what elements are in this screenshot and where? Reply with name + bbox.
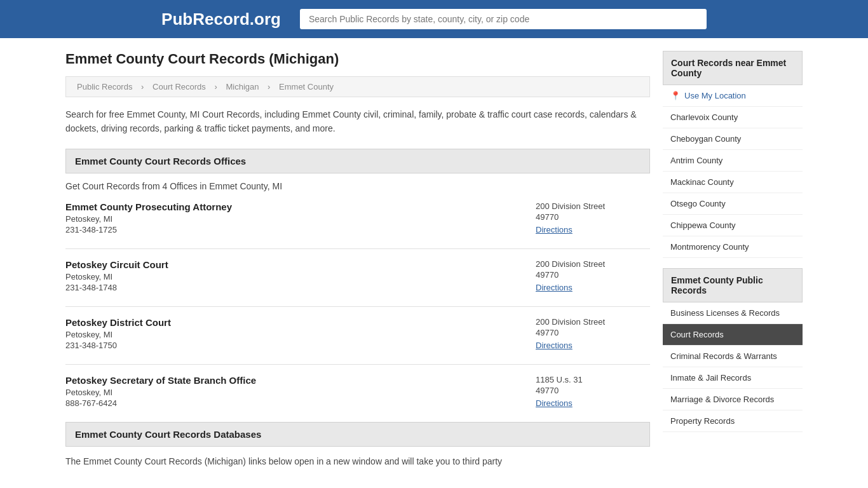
office-entry: Emmet County Prosecuting Attorney Petosk…	[65, 201, 650, 234]
office-zip: 49770	[536, 386, 650, 395]
site-logo[interactable]: PubRecord.org	[161, 10, 281, 29]
sidebar-item-inmate-jail[interactable]: Inmate & Jail Records	[663, 367, 803, 389]
directions-link[interactable]: Directions	[536, 341, 573, 350]
sidebar-item-property-records[interactable]: Property Records	[663, 410, 803, 432]
office-phone: 888-767-6424	[65, 398, 536, 408]
sidebar-item-business-licenses[interactable]: Business Licenses & Records	[663, 302, 803, 324]
search-input[interactable]	[300, 9, 707, 29]
page-description: Search for free Emmet County, MI Court R…	[65, 107, 650, 136]
divider	[65, 306, 650, 307]
sidebar-item-mackinac[interactable]: Mackinac County	[663, 172, 803, 193]
office-address: 200 Division Street	[536, 201, 650, 211]
office-zip: 49770	[536, 212, 650, 222]
office-address: 200 Division Street	[536, 317, 650, 327]
sidebar-item-criminal-records[interactable]: Criminal Records & Warrants	[663, 346, 803, 367]
sidebar-item-court-records[interactable]: Court Records	[663, 324, 803, 346]
office-address: 200 Division Street	[536, 259, 650, 269]
databases-description: The Emmet County Court Records (Michigan…	[65, 454, 650, 468]
offices-count: Get Court Records from 4 Offices in Emme…	[65, 181, 650, 191]
breadcrumb: Public Records › Court Records › Michiga…	[65, 76, 650, 97]
sidebar-item-chippewa[interactable]: Chippewa County	[663, 215, 803, 236]
office-city: Petoskey, MI	[65, 330, 536, 339]
office-phone: 231-348-1725	[65, 225, 536, 234]
office-entry: Petoskey Circuit Court Petoskey, MI 231-…	[65, 259, 650, 292]
office-address: 1185 U.s. 31	[536, 375, 650, 384]
location-icon: 📍	[670, 91, 681, 100]
sidebar-nearby-title: Court Records near Emmet County	[663, 51, 803, 85]
content-area: Emmet County Court Records (Michigan) Pu…	[65, 51, 650, 468]
sidebar: Court Records near Emmet County 📍 Use My…	[663, 51, 803, 468]
sidebar-item-use-location[interactable]: 📍 Use My Location	[663, 85, 803, 107]
sidebar-item-marriage-divorce[interactable]: Marriage & Divorce Records	[663, 389, 803, 410]
office-city: Petoskey, MI	[65, 388, 536, 397]
office-city: Petoskey, MI	[65, 272, 536, 281]
divider	[65, 248, 650, 249]
sidebar-item-otsego[interactable]: Otsego County	[663, 193, 803, 215]
office-city: Petoskey, MI	[65, 214, 536, 224]
databases-section: Emmet County Court Records Databases The…	[65, 422, 650, 468]
divider	[65, 364, 650, 365]
sidebar-item-charlevoix[interactable]: Charlevoix County	[663, 107, 803, 128]
sidebar-public-records-title: Emmet County Public Records	[663, 268, 803, 302]
office-name: Emmet County Prosecuting Attorney	[65, 201, 536, 212]
directions-link[interactable]: Directions	[536, 398, 573, 408]
office-entry: Petoskey Secretary of State Branch Offic…	[65, 375, 650, 408]
office-phone: 231-348-1750	[65, 341, 536, 350]
office-zip: 49770	[536, 270, 650, 280]
breadcrumb-court-records[interactable]: Court Records	[153, 82, 206, 92]
directions-link[interactable]: Directions	[536, 283, 573, 292]
office-phone: 231-348-1748	[65, 283, 536, 292]
breadcrumb-emmet-county: Emmet County	[279, 82, 334, 92]
sidebar-item-montmorency[interactable]: Montmorency County	[663, 236, 803, 258]
office-name: Petoskey Circuit Court	[65, 259, 536, 270]
offices-section-header: Emmet County Court Records Offices	[65, 149, 650, 173]
office-name: Petoskey District Court	[65, 317, 536, 328]
main-wrapper: Emmet County Court Records (Michigan) Pu…	[53, 38, 815, 481]
directions-link[interactable]: Directions	[536, 225, 573, 234]
sidebar-item-cheboygan[interactable]: Cheboygan County	[663, 128, 803, 150]
office-entry: Petoskey District Court Petoskey, MI 231…	[65, 317, 650, 350]
use-location-label: Use My Location	[684, 91, 746, 100]
databases-section-header: Emmet County Court Records Databases	[65, 422, 650, 447]
site-header: PubRecord.org	[0, 0, 868, 38]
sidebar-item-antrim[interactable]: Antrim County	[663, 150, 803, 172]
breadcrumb-public-records[interactable]: Public Records	[77, 82, 132, 92]
page-title: Emmet County Court Records (Michigan)	[65, 51, 650, 67]
breadcrumb-michigan[interactable]: Michigan	[226, 82, 259, 92]
office-zip: 49770	[536, 328, 650, 337]
office-name: Petoskey Secretary of State Branch Offic…	[65, 375, 536, 386]
